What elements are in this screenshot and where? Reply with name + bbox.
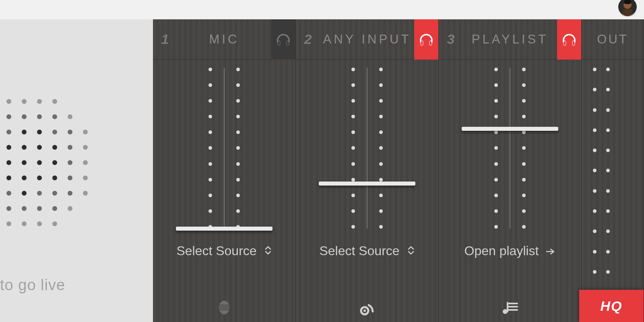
svg-point-48 <box>37 175 42 180</box>
go-live-label: to go live <box>0 277 65 294</box>
svg-point-21 <box>37 130 42 134</box>
svg-point-12 <box>22 114 27 119</box>
svg-point-32 <box>68 145 72 150</box>
updown-caret-icon <box>264 244 272 258</box>
channel-1-mic-icon <box>153 298 295 317</box>
svg-point-6 <box>22 99 27 104</box>
svg-point-70 <box>22 221 27 226</box>
top-bar <box>0 0 644 19</box>
svg-point-42 <box>83 160 88 165</box>
channel-2-title: ANY INPUT <box>320 32 414 47</box>
svg-point-50 <box>68 175 72 180</box>
svg-point-51 <box>83 175 88 180</box>
speaker-dot-grid <box>0 56 105 269</box>
hq-label: HQ <box>601 298 623 314</box>
svg-point-39 <box>37 160 42 165</box>
svg-point-24 <box>83 130 88 134</box>
svg-point-67 <box>68 206 72 211</box>
svg-point-56 <box>22 191 27 196</box>
sidebar: to go live <box>0 19 153 322</box>
channel-3-playlist-icon <box>439 298 581 317</box>
svg-point-65 <box>37 206 42 211</box>
out-level-meter <box>593 68 610 274</box>
svg-point-7 <box>37 99 42 104</box>
svg-point-69 <box>6 221 11 226</box>
svg-point-30 <box>37 145 42 150</box>
channel-out-header: OUT <box>582 19 644 60</box>
svg-point-13 <box>37 114 42 119</box>
channel-3-header: 3 PLAYLIST <box>439 19 581 60</box>
headphones-toggle-1[interactable] <box>271 19 295 60</box>
svg-point-46 <box>6 175 11 180</box>
svg-point-37 <box>6 160 11 165</box>
svg-point-28 <box>6 145 11 150</box>
channel-3: 3 PLAYLIST Open playlist <box>439 19 582 322</box>
channel-2-header: 2 ANY INPUT <box>296 19 438 60</box>
svg-rect-2 <box>622 9 633 16</box>
fader-track-1 <box>224 68 225 229</box>
svg-point-49 <box>52 175 57 180</box>
channel-2: 2 ANY INPUT Select Source <box>296 19 439 322</box>
svg-point-31 <box>52 145 57 150</box>
svg-point-5 <box>6 99 11 104</box>
fader-handle-3[interactable] <box>462 127 558 131</box>
svg-point-59 <box>68 191 72 196</box>
svg-point-38 <box>22 160 27 165</box>
svg-point-15 <box>68 114 72 119</box>
fader-zone-3 <box>439 60 581 237</box>
channel-2-number: 2 <box>296 31 320 47</box>
svg-point-64 <box>22 206 27 211</box>
svg-point-11 <box>6 114 11 119</box>
svg-point-72 <box>52 221 57 226</box>
svg-point-74 <box>219 301 229 314</box>
mixer: 1 MIC Select Source 2 ANY I <box>153 19 644 322</box>
headphones-toggle-3[interactable] <box>557 19 581 60</box>
svg-point-22 <box>52 130 57 134</box>
channel-1: 1 MIC Select Source <box>153 19 296 322</box>
svg-point-55 <box>6 191 11 196</box>
svg-point-71 <box>37 221 42 226</box>
main: to go live 1 MIC Select Source <box>0 19 644 322</box>
svg-point-66 <box>52 206 57 211</box>
open-playlist-label: Open playlist <box>464 244 539 258</box>
svg-point-19 <box>6 130 11 134</box>
hq-button[interactable]: HQ <box>579 290 644 322</box>
channel-out: OUT HQ <box>582 19 644 322</box>
svg-point-23 <box>68 130 72 134</box>
channel-1-header: 1 MIC <box>153 19 295 60</box>
channel-3-title: PLAYLIST <box>463 32 557 47</box>
source-select-1-label: Select Source <box>176 244 256 258</box>
svg-point-14 <box>52 114 57 119</box>
channel-1-title: MIC <box>177 32 271 47</box>
svg-point-29 <box>22 145 27 150</box>
open-playlist-button[interactable]: Open playlist <box>439 237 581 265</box>
svg-point-58 <box>52 191 57 196</box>
svg-point-41 <box>68 160 72 165</box>
updown-caret-icon <box>407 244 415 258</box>
channel-2-input-icon <box>296 298 438 317</box>
fader-track-3 <box>510 68 510 229</box>
fader-track-2 <box>367 68 367 229</box>
channel-1-number: 1 <box>153 31 177 47</box>
source-select-1[interactable]: Select Source <box>153 237 295 265</box>
svg-rect-3 <box>624 0 631 4</box>
fader-handle-1[interactable] <box>176 227 272 231</box>
svg-point-60 <box>83 191 88 196</box>
svg-point-40 <box>52 160 57 165</box>
svg-point-57 <box>37 191 42 196</box>
source-select-2[interactable]: Select Source <box>296 237 438 265</box>
arrow-right-icon <box>546 244 555 258</box>
avatar[interactable] <box>618 0 637 16</box>
svg-point-47 <box>22 175 27 180</box>
svg-point-76 <box>363 310 366 312</box>
svg-point-63 <box>6 206 11 211</box>
fader-zone-2 <box>296 60 438 237</box>
svg-point-33 <box>83 145 88 150</box>
svg-point-8 <box>52 99 57 104</box>
channel-3-number: 3 <box>439 31 463 47</box>
fader-handle-2[interactable] <box>319 182 415 186</box>
headphones-toggle-2[interactable] <box>414 19 438 60</box>
channel-out-title: OUT <box>597 32 628 47</box>
source-select-2-label: Select Source <box>319 244 399 258</box>
fader-zone-1 <box>153 60 295 237</box>
